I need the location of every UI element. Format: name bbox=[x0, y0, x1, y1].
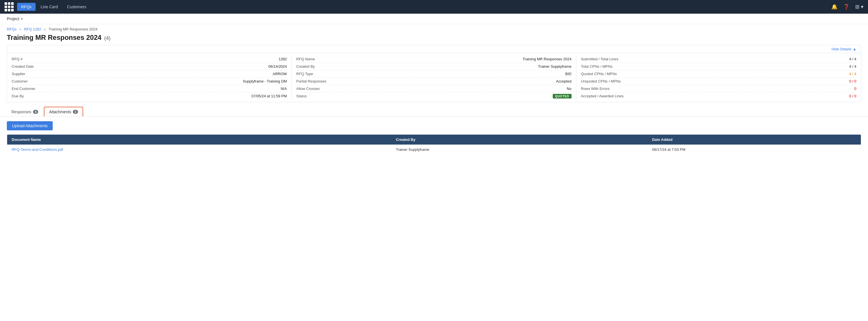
nav-items: RFQs Line Card Customers bbox=[17, 3, 90, 11]
page-count: (4) bbox=[104, 35, 111, 41]
detail-row: RFQ # 1282 bbox=[12, 56, 287, 63]
breadcrumb-current: Training MR Responses 2024 bbox=[49, 27, 98, 31]
breadcrumb-rfqs[interactable]: RFQs bbox=[7, 27, 17, 31]
bell-icon[interactable]: 🔔 bbox=[831, 4, 838, 10]
table-header: Document Name Created By Date Added bbox=[7, 135, 861, 145]
help-icon[interactable]: ❓ bbox=[843, 4, 849, 10]
tab-responses[interactable]: Responses 4 bbox=[7, 107, 43, 117]
tab-attachments-badge: 1 bbox=[73, 110, 78, 114]
tab-responses-badge: 4 bbox=[33, 110, 38, 114]
table-cell-doc-name: RFQ-Terms-and-Conditions.pdf bbox=[7, 145, 392, 155]
table-cell-actions bbox=[818, 145, 861, 155]
col-header-created-by: Created By bbox=[391, 135, 648, 145]
detail-row: Allow Crosses No bbox=[296, 85, 571, 93]
top-nav: RFQs Line Card Customers 🔔 ❓ ⊞ ▾ bbox=[0, 0, 868, 14]
tabs-row: Responses 4 Attachments 1 bbox=[0, 102, 868, 117]
detail-row: End Customer N/A bbox=[12, 85, 287, 93]
detail-row: Quoted CPNs / MPNs 4 / 4 bbox=[581, 70, 856, 78]
detail-row: RFQ Name Training MR Responses 2024 bbox=[296, 56, 571, 63]
content-area: Upload Attachments Document Name Created… bbox=[0, 117, 868, 159]
hide-details-button[interactable]: Hide Details ▲ bbox=[832, 47, 856, 51]
detail-row: Rows With Errors 0 bbox=[581, 85, 856, 93]
detail-row: Partial Responses Accepted bbox=[296, 78, 571, 85]
details-header: Hide Details ▲ bbox=[7, 45, 861, 53]
attachments-table: Document Name Created By Date Added RFQ-… bbox=[7, 134, 861, 155]
detail-row: Supplier ARROW bbox=[12, 70, 287, 78]
hide-details-label: Hide Details bbox=[832, 47, 851, 51]
details-col-2: RFQ Name Training MR Responses 2024 Crea… bbox=[291, 56, 576, 100]
doc-link[interactable]: RFQ-Terms-and-Conditions.pdf bbox=[12, 148, 63, 152]
project-chevron: ▾ bbox=[21, 17, 23, 21]
project-label: Project bbox=[7, 17, 19, 21]
detail-row: RFQ Type BID bbox=[296, 70, 571, 78]
details-grid: RFQ # 1282 Created Date 06/14/2024 Suppl… bbox=[7, 53, 861, 102]
details-col-3: Submitted / Total Lines 4 / 4 Total CPNs… bbox=[577, 56, 861, 100]
upload-attachments-button[interactable]: Upload Attachments bbox=[7, 121, 53, 130]
hide-details-chevron: ▲ bbox=[852, 47, 856, 51]
table-row: RFQ-Terms-and-Conditions.pdf Trainer Sup… bbox=[7, 145, 861, 155]
detail-row: Submitted / Total Lines 4 / 4 bbox=[581, 56, 856, 63]
page-title: Training MR Responses 2024 bbox=[7, 34, 101, 41]
detail-row: Created By Trainer Supplyframe bbox=[296, 63, 571, 70]
details-col-1: RFQ # 1282 Created Date 06/14/2024 Suppl… bbox=[7, 56, 291, 100]
breadcrumb-sep-1: » bbox=[19, 27, 21, 31]
detail-row: Due By 07/05/24 at 11:59 PM bbox=[12, 93, 287, 100]
app-grid-icon[interactable] bbox=[5, 2, 14, 11]
detail-row: Total CPNs / MPNs 4 / 4 bbox=[581, 63, 856, 70]
detail-row: Created Date 06/14/2024 bbox=[12, 63, 287, 70]
nav-right: 🔔 ❓ ⊞ ▾ bbox=[831, 4, 863, 10]
detail-row: Status QUOTED bbox=[296, 93, 571, 100]
nav-item-line-card[interactable]: Line Card bbox=[37, 3, 62, 11]
table-cell-created-by: Trainer Supplyframe bbox=[391, 145, 648, 155]
col-header-date-added: Date Added bbox=[648, 135, 818, 145]
tab-responses-label: Responses bbox=[11, 109, 31, 114]
status-badge: QUOTED bbox=[553, 94, 571, 98]
page-title-row: Training MR Responses 2024 (4) bbox=[0, 32, 868, 45]
table-body: RFQ-Terms-and-Conditions.pdf Trainer Sup… bbox=[7, 145, 861, 155]
detail-row: Unquoted CPNs / MPNs 0 / 0 bbox=[581, 78, 856, 85]
nav-item-rfqs[interactable]: RFQs bbox=[17, 3, 36, 11]
project-bar[interactable]: Project ▾ bbox=[0, 14, 868, 24]
tab-attachments[interactable]: Attachments 1 bbox=[44, 107, 83, 117]
detail-row: Customer Supplyframe - Training DM bbox=[12, 78, 287, 85]
detail-row: Accepted / Awarded Lines 0 / 0 bbox=[581, 93, 856, 100]
breadcrumb-rfq-num[interactable]: RFQ 1282 bbox=[24, 27, 41, 31]
nav-item-customers[interactable]: Customers bbox=[63, 3, 90, 11]
user-menu-icon[interactable]: ⊞ ▾ bbox=[855, 4, 863, 10]
breadcrumb: RFQs » RFQ 1282 » Training MR Responses … bbox=[0, 24, 868, 32]
table-cell-date-added: 06/17/24 at 7:03 PM bbox=[648, 145, 818, 155]
tab-attachments-label: Attachments bbox=[49, 109, 71, 114]
details-panel: Hide Details ▲ RFQ # 1282 Created Date 0… bbox=[7, 45, 861, 102]
col-header-doc-name: Document Name bbox=[7, 135, 392, 145]
breadcrumb-sep-2: » bbox=[44, 27, 46, 31]
col-header-actions bbox=[818, 135, 861, 145]
